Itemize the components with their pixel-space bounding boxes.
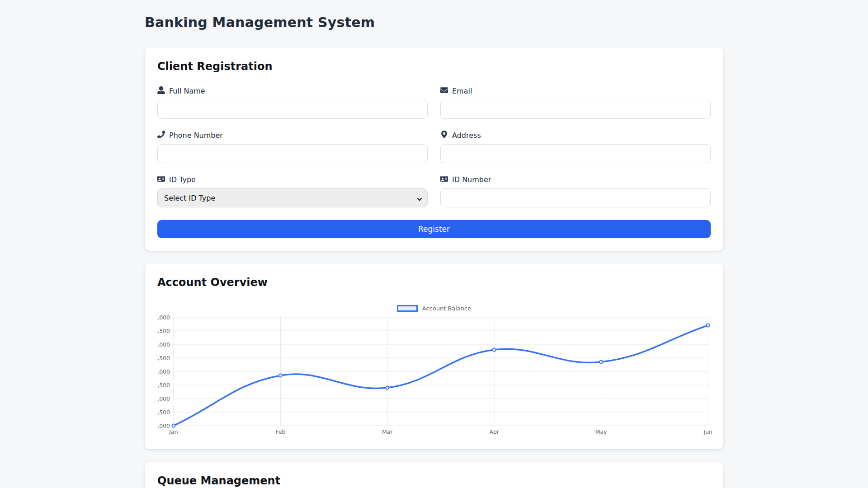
data-point <box>279 374 282 377</box>
y-tick-label: 8,500 <box>157 328 170 334</box>
account-overview-card: Account Overview Account Balance 5,0005,… <box>145 263 723 449</box>
phone-label-text: Phone Number <box>169 131 223 140</box>
legend-label: Account Balance <box>422 305 471 312</box>
y-tick-label: 7,000 <box>157 368 170 375</box>
data-point <box>599 361 603 364</box>
id-card-icon <box>440 175 448 184</box>
address-field-group: Address <box>440 131 711 163</box>
balance-line <box>174 325 708 426</box>
user-icon <box>157 86 165 96</box>
queue-management-card: Queue Management <box>145 462 723 488</box>
y-tick-label: 9,000 <box>157 315 170 321</box>
x-tick-label: Mar <box>382 428 393 435</box>
full-name-label: Full Name <box>157 86 428 96</box>
location-pin-icon <box>440 131 448 140</box>
x-tick-label: Feb <box>275 428 285 435</box>
y-tick-label: 6,500 <box>157 382 170 389</box>
address-input[interactable] <box>440 144 711 163</box>
email-label-text: Email <box>452 87 472 95</box>
id-type-field-group: ID Type Select ID Type <box>157 175 428 207</box>
data-point <box>386 386 389 389</box>
page-title: Banking Management System <box>145 14 723 30</box>
data-point <box>172 424 175 427</box>
phone-icon <box>157 131 165 140</box>
phone-label: Phone Number <box>157 131 428 140</box>
data-point <box>493 348 496 352</box>
chart-legend[interactable]: Account Balance <box>157 305 711 312</box>
email-label: Email <box>440 86 711 96</box>
full-name-label-text: Full Name <box>169 87 205 95</box>
full-name-input[interactable] <box>157 100 428 119</box>
phone-field-group: Phone Number <box>157 131 428 163</box>
register-button[interactable]: Register <box>157 220 711 238</box>
id-type-select[interactable]: Select ID Type <box>157 188 428 207</box>
envelope-icon <box>440 86 448 96</box>
id-number-label: ID Number <box>440 175 711 184</box>
client-registration-card: Client Registration Full Name Email <box>145 47 723 251</box>
id-type-label-text: ID Type <box>169 175 196 184</box>
client-registration-heading: Client Registration <box>157 60 711 73</box>
legend-swatch <box>397 305 418 312</box>
x-tick-label: May <box>595 428 607 435</box>
account-overview-heading: Account Overview <box>157 276 711 289</box>
x-tick-label: Jun <box>703 428 712 435</box>
registration-form: Full Name Email Phone Number <box>157 86 711 207</box>
main-container: Banking Management System Client Registr… <box>145 0 723 488</box>
data-point <box>707 324 710 327</box>
y-tick-label: 8,000 <box>157 341 170 348</box>
y-tick-label: 5,500 <box>157 409 170 416</box>
phone-input[interactable] <box>157 144 428 163</box>
address-label: Address <box>440 131 711 140</box>
id-number-field-group: ID Number <box>440 175 711 207</box>
queue-management-heading: Queue Management <box>157 474 711 487</box>
x-tick-label: Apr <box>489 428 499 435</box>
id-type-label: ID Type <box>157 175 428 184</box>
y-tick-label: 6,000 <box>157 395 170 402</box>
address-label-text: Address <box>452 131 481 140</box>
x-tick-label: Jan <box>169 428 178 435</box>
full-name-field-group: Full Name <box>157 86 428 119</box>
id-card-icon <box>157 175 165 184</box>
y-tick-label: 5,000 <box>157 422 170 429</box>
id-number-input[interactable] <box>440 188 711 207</box>
id-number-label-text: ID Number <box>452 175 491 184</box>
y-tick-label: 7,500 <box>157 355 170 361</box>
account-balance-chart-canvas[interactable]: 5,0005,5006,0006,5007,0007,5008,0008,500… <box>157 315 714 436</box>
email-input[interactable] <box>440 100 711 119</box>
account-balance-chart[interactable]: 5,0005,5006,0006,5007,0007,5008,0008,500… <box>157 315 714 436</box>
email-field-group: Email <box>440 86 711 119</box>
